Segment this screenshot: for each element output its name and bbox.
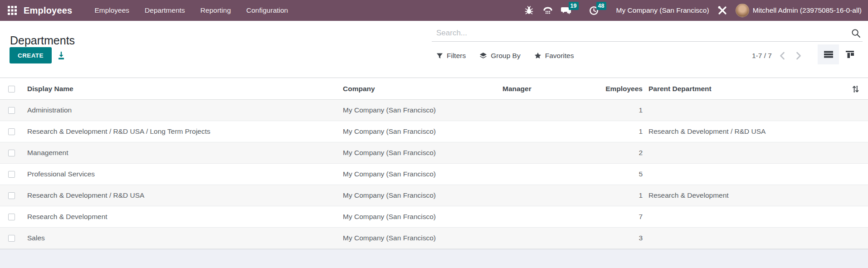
messages-count-badge: 19 xyxy=(569,2,579,10)
cell-display-name[interactable]: Research & Development / R&D USA xyxy=(23,191,338,200)
search-input[interactable] xyxy=(432,24,863,42)
top-navbar: Employees Employees Departments Reportin… xyxy=(0,0,868,21)
row-checkbox[interactable] xyxy=(8,171,15,178)
table-row[interactable]: Professional Services My Company (San Fr… xyxy=(0,164,868,185)
search-bar xyxy=(432,24,863,42)
row-checkbox[interactable] xyxy=(8,214,15,220)
cell-display-name[interactable]: Administration xyxy=(23,106,338,114)
voip-phone-icon[interactable] xyxy=(542,5,553,16)
tools-icon xyxy=(717,5,727,15)
table-row[interactable]: Research & Development My Company (San F… xyxy=(0,206,868,228)
cell-parent-department: Research & Development / R&D USA xyxy=(643,127,843,136)
cell-employees: 1 xyxy=(600,106,643,114)
table-header-row: Display Name Company Manager Employees P… xyxy=(0,78,868,100)
column-header-manager[interactable]: Manager xyxy=(498,85,600,93)
star-icon xyxy=(534,52,541,59)
control-panel: Departments CREATE xyxy=(0,21,868,78)
row-checkbox[interactable] xyxy=(8,128,15,135)
activities-count-badge: 48 xyxy=(596,2,606,10)
cell-display-name[interactable]: Professional Services xyxy=(23,170,338,178)
menu-configuration[interactable]: Configuration xyxy=(239,0,296,21)
odoo-window: Employees Employees Departments Reportin… xyxy=(0,0,868,268)
cell-employees: 1 xyxy=(600,127,643,136)
row-checkbox[interactable] xyxy=(8,192,15,199)
row-checkbox[interactable] xyxy=(8,107,15,114)
column-header-display-name[interactable]: Display Name xyxy=(23,85,338,93)
filters-button[interactable]: Filters xyxy=(436,52,466,60)
list-footer-area xyxy=(0,249,868,268)
pager-previous-button[interactable] xyxy=(776,50,788,62)
favorites-label: Favorites xyxy=(545,52,574,60)
favorites-button[interactable]: Favorites xyxy=(534,52,574,60)
table-row[interactable]: Research & Development / R&D USA / Long … xyxy=(0,121,868,142)
menu-employees[interactable]: Employees xyxy=(87,0,137,21)
select-all-checkbox[interactable] xyxy=(8,86,15,93)
page-title: Departments xyxy=(10,34,75,47)
list-view-button[interactable] xyxy=(818,44,839,64)
menu-reporting[interactable]: Reporting xyxy=(193,0,239,21)
search-options: Filters Group By Favorites xyxy=(436,47,574,64)
cell-employees: 1 xyxy=(600,191,643,200)
list-view-icon xyxy=(824,50,834,58)
debug-bug-icon[interactable] xyxy=(524,5,535,16)
pager-next-button[interactable] xyxy=(793,50,805,62)
cell-parent-department: Research & Development xyxy=(643,191,843,200)
kanban-view-icon xyxy=(845,50,854,58)
create-button[interactable]: CREATE xyxy=(10,47,52,63)
cell-employees: 5 xyxy=(600,170,643,178)
apps-menu-icon[interactable] xyxy=(6,5,18,16)
cell-display-name[interactable]: Research & Development / R&D USA / Long … xyxy=(23,127,338,136)
phone-icon xyxy=(543,6,553,15)
company-switcher[interactable]: My Company (San Francisco) xyxy=(616,6,709,15)
table-row[interactable]: Administration My Company (San Francisco… xyxy=(0,100,868,121)
filters-label: Filters xyxy=(447,52,466,60)
cell-display-name[interactable]: Sales xyxy=(23,234,338,242)
chevron-right-icon xyxy=(796,52,801,60)
cell-company: My Company (San Francisco) xyxy=(338,213,498,221)
cell-display-name[interactable]: Management xyxy=(23,149,338,157)
cell-display-name[interactable]: Research & Development xyxy=(23,213,338,221)
optional-columns-button[interactable] xyxy=(843,85,868,93)
cell-company: My Company (San Francisco) xyxy=(338,127,498,136)
pager-range: 1-7 / 7 xyxy=(752,52,772,60)
cell-employees: 3 xyxy=(600,234,643,242)
kanban-view-button[interactable] xyxy=(839,44,860,64)
chevron-left-icon xyxy=(780,52,785,60)
column-header-parent-department[interactable]: Parent Department xyxy=(643,85,843,93)
table-row[interactable]: Research & Development / R&D USA My Comp… xyxy=(0,185,868,206)
layers-icon xyxy=(479,52,487,59)
cell-company: My Company (San Francisco) xyxy=(338,170,498,178)
download-icon xyxy=(57,51,66,60)
cell-employees: 7 xyxy=(600,213,643,221)
view-switcher xyxy=(818,44,860,64)
user-menu[interactable]: Mitchell Admin (23975085-16-0-all) xyxy=(753,6,862,15)
user-avatar[interactable] xyxy=(736,4,749,17)
adjust-columns-icon xyxy=(852,85,859,93)
export-button[interactable] xyxy=(55,50,67,62)
grid-icon xyxy=(8,6,17,15)
cell-company: My Company (San Francisco) xyxy=(338,149,498,157)
row-checkbox[interactable] xyxy=(8,150,15,156)
group-by-label: Group By xyxy=(491,52,520,60)
row-checkbox[interactable] xyxy=(8,235,15,242)
systray: 19 48 My Company (San Francisco) xyxy=(516,4,868,17)
search-icon[interactable] xyxy=(851,29,861,40)
departments-list: Display Name Company Manager Employees P… xyxy=(0,78,868,249)
messages-menu[interactable]: 19 xyxy=(561,5,572,16)
cell-employees: 2 xyxy=(600,149,643,157)
filter-funnel-icon xyxy=(436,53,443,59)
app-menu: Employees Departments Reporting Configur… xyxy=(87,0,296,21)
menu-departments[interactable]: Departments xyxy=(137,0,193,21)
cell-company: My Company (San Francisco) xyxy=(338,191,498,200)
cell-company: My Company (San Francisco) xyxy=(338,234,498,242)
cell-company: My Company (San Francisco) xyxy=(338,106,498,114)
table-row[interactable]: Management My Company (San Francisco) 2 xyxy=(0,142,868,164)
column-header-company[interactable]: Company xyxy=(338,85,498,93)
column-header-employees[interactable]: Employees xyxy=(600,85,643,93)
support-tools-icon[interactable] xyxy=(717,5,728,16)
app-brand-title[interactable]: Employees xyxy=(24,5,72,16)
pager: 1-7 / 7 xyxy=(752,47,805,64)
table-row[interactable]: Sales My Company (San Francisco) 3 xyxy=(0,228,868,249)
activities-menu[interactable]: 48 xyxy=(589,5,600,16)
group-by-button[interactable]: Group By xyxy=(479,52,520,60)
